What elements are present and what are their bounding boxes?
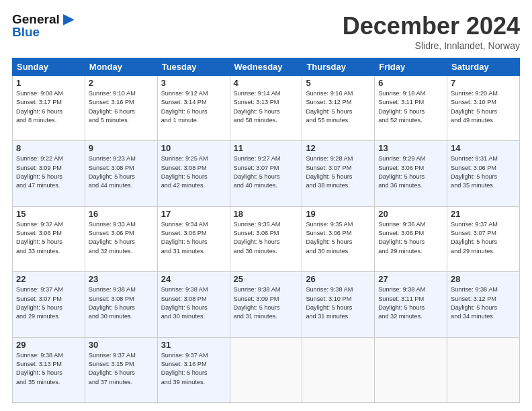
col-tuesday: Tuesday xyxy=(157,58,230,76)
day-number: 9 xyxy=(89,143,154,153)
day-number: 12 xyxy=(306,143,371,153)
table-row: 18Sunrise: 9:35 AM Sunset: 3:06 PM Dayli… xyxy=(230,206,302,271)
day-number: 8 xyxy=(16,143,81,153)
day-info: Sunrise: 9:35 AM Sunset: 3:06 PM Dayligh… xyxy=(234,220,299,256)
table-row: 4Sunrise: 9:14 AM Sunset: 3:13 PM Daylig… xyxy=(230,76,302,141)
day-number: 23 xyxy=(89,274,154,284)
day-info: Sunrise: 9:16 AM Sunset: 3:12 PM Dayligh… xyxy=(306,89,371,125)
day-info: Sunrise: 9:34 AM Sunset: 3:06 PM Dayligh… xyxy=(161,220,226,256)
day-info: Sunrise: 9:36 AM Sunset: 3:06 PM Dayligh… xyxy=(378,220,443,256)
table-row: 8Sunrise: 9:22 AM Sunset: 3:09 PM Daylig… xyxy=(13,141,85,206)
table-row: 17Sunrise: 9:34 AM Sunset: 3:06 PM Dayli… xyxy=(157,206,230,271)
logo-line1: General ▶ xyxy=(12,12,73,26)
table-row: 13Sunrise: 9:29 AM Sunset: 3:06 PM Dayli… xyxy=(375,141,447,206)
col-wednesday: Wednesday xyxy=(230,58,302,76)
table-row xyxy=(375,337,447,402)
col-monday: Monday xyxy=(85,58,157,76)
day-number: 31 xyxy=(161,340,226,350)
day-info: Sunrise: 9:28 AM Sunset: 3:07 PM Dayligh… xyxy=(306,154,371,190)
table-row: 20Sunrise: 9:36 AM Sunset: 3:06 PM Dayli… xyxy=(375,206,447,271)
day-number: 13 xyxy=(378,143,443,153)
col-thursday: Thursday xyxy=(302,58,375,76)
day-info: Sunrise: 9:25 AM Sunset: 3:08 PM Dayligh… xyxy=(161,154,226,190)
day-info: Sunrise: 9:38 AM Sunset: 3:10 PM Dayligh… xyxy=(306,285,371,321)
day-info: Sunrise: 9:18 AM Sunset: 3:11 PM Dayligh… xyxy=(378,89,443,125)
day-number: 27 xyxy=(378,274,443,284)
table-row xyxy=(230,337,302,402)
table-row: 26Sunrise: 9:38 AM Sunset: 3:10 PM Dayli… xyxy=(302,272,375,337)
table-row: 28Sunrise: 9:38 AM Sunset: 3:12 PM Dayli… xyxy=(447,272,520,337)
subtitle: Slidre, Innlandet, Norway xyxy=(343,40,520,51)
day-number: 30 xyxy=(89,340,154,350)
day-number: 25 xyxy=(234,274,299,284)
day-info: Sunrise: 9:27 AM Sunset: 3:07 PM Dayligh… xyxy=(234,154,299,190)
day-number: 10 xyxy=(161,143,226,153)
day-info: Sunrise: 9:38 AM Sunset: 3:08 PM Dayligh… xyxy=(89,285,154,321)
day-number: 22 xyxy=(16,274,81,284)
day-info: Sunrise: 9:22 AM Sunset: 3:09 PM Dayligh… xyxy=(16,154,81,190)
table-row: 14Sunrise: 9:31 AM Sunset: 3:06 PM Dayli… xyxy=(447,141,520,206)
table-row: 25Sunrise: 9:38 AM Sunset: 3:09 PM Dayli… xyxy=(230,272,302,337)
day-number: 3 xyxy=(161,78,226,88)
day-number: 2 xyxy=(89,78,154,88)
day-number: 11 xyxy=(234,143,299,153)
day-info: Sunrise: 9:32 AM Sunset: 3:06 PM Dayligh… xyxy=(16,220,81,256)
title-section: December 2024 Slidre, Innlandet, Norway xyxy=(343,12,520,51)
day-info: Sunrise: 9:14 AM Sunset: 3:13 PM Dayligh… xyxy=(234,89,299,125)
day-number: 15 xyxy=(16,209,81,219)
table-row: 10Sunrise: 9:25 AM Sunset: 3:08 PM Dayli… xyxy=(157,141,230,206)
calendar: Sunday Monday Tuesday Wednesday Thursday… xyxy=(12,58,520,403)
day-info: Sunrise: 9:31 AM Sunset: 3:06 PM Dayligh… xyxy=(451,154,516,190)
table-row: 24Sunrise: 9:38 AM Sunset: 3:08 PM Dayli… xyxy=(157,272,230,337)
page: General ▶ Blue December 2024 Slidre, Inn… xyxy=(0,0,532,411)
day-info: Sunrise: 9:38 AM Sunset: 3:12 PM Dayligh… xyxy=(451,285,516,321)
day-info: Sunrise: 9:33 AM Sunset: 3:06 PM Dayligh… xyxy=(89,220,154,256)
day-number: 24 xyxy=(161,274,226,284)
day-number: 19 xyxy=(306,209,371,219)
day-info: Sunrise: 9:37 AM Sunset: 3:16 PM Dayligh… xyxy=(161,351,226,387)
day-info: Sunrise: 9:08 AM Sunset: 3:17 PM Dayligh… xyxy=(16,89,81,125)
day-number: 17 xyxy=(161,209,226,219)
day-info: Sunrise: 9:37 AM Sunset: 3:07 PM Dayligh… xyxy=(16,285,81,321)
day-number: 26 xyxy=(306,274,371,284)
day-info: Sunrise: 9:10 AM Sunset: 3:16 PM Dayligh… xyxy=(89,89,154,125)
day-info: Sunrise: 9:35 AM Sunset: 3:06 PM Dayligh… xyxy=(306,220,371,256)
day-number: 21 xyxy=(451,209,516,219)
day-info: Sunrise: 9:37 AM Sunset: 3:07 PM Dayligh… xyxy=(451,220,516,256)
day-info: Sunrise: 9:12 AM Sunset: 3:14 PM Dayligh… xyxy=(161,89,226,125)
day-info: Sunrise: 9:38 AM Sunset: 3:09 PM Dayligh… xyxy=(234,285,299,321)
day-number: 18 xyxy=(234,209,299,219)
table-row: 22Sunrise: 9:37 AM Sunset: 3:07 PM Dayli… xyxy=(13,272,85,337)
table-row: 6Sunrise: 9:18 AM Sunset: 3:11 PM Daylig… xyxy=(375,76,447,141)
day-info: Sunrise: 9:38 AM Sunset: 3:11 PM Dayligh… xyxy=(378,285,443,321)
table-row: 29Sunrise: 9:38 AM Sunset: 3:13 PM Dayli… xyxy=(13,337,85,402)
table-row: 9Sunrise: 9:23 AM Sunset: 3:08 PM Daylig… xyxy=(85,141,157,206)
day-number: 16 xyxy=(89,209,154,219)
table-row: 1Sunrise: 9:08 AM Sunset: 3:17 PM Daylig… xyxy=(13,76,85,141)
table-row: 27Sunrise: 9:38 AM Sunset: 3:11 PM Dayli… xyxy=(375,272,447,337)
day-number: 14 xyxy=(451,143,516,153)
table-row: 12Sunrise: 9:28 AM Sunset: 3:07 PM Dayli… xyxy=(302,141,375,206)
table-row: 21Sunrise: 9:37 AM Sunset: 3:07 PM Dayli… xyxy=(447,206,520,271)
day-number: 1 xyxy=(16,78,81,88)
logo-line2: Blue xyxy=(12,26,73,38)
day-info: Sunrise: 9:37 AM Sunset: 3:15 PM Dayligh… xyxy=(89,351,154,387)
table-row: 2Sunrise: 9:10 AM Sunset: 3:16 PM Daylig… xyxy=(85,76,157,141)
month-title: December 2024 xyxy=(343,12,520,40)
day-info: Sunrise: 9:20 AM Sunset: 3:10 PM Dayligh… xyxy=(451,89,516,125)
table-row: 16Sunrise: 9:33 AM Sunset: 3:06 PM Dayli… xyxy=(85,206,157,271)
day-info: Sunrise: 9:23 AM Sunset: 3:08 PM Dayligh… xyxy=(89,154,154,190)
day-number: 20 xyxy=(378,209,443,219)
header: General ▶ Blue December 2024 Slidre, Inn… xyxy=(12,12,520,51)
table-row: 5Sunrise: 9:16 AM Sunset: 3:12 PM Daylig… xyxy=(302,76,375,141)
table-row: 31Sunrise: 9:37 AM Sunset: 3:16 PM Dayli… xyxy=(157,337,230,402)
table-row: 19Sunrise: 9:35 AM Sunset: 3:06 PM Dayli… xyxy=(302,206,375,271)
day-number: 29 xyxy=(16,340,81,350)
day-number: 4 xyxy=(234,78,299,88)
table-row xyxy=(447,337,520,402)
calendar-header-row: Sunday Monday Tuesday Wednesday Thursday… xyxy=(13,58,520,76)
col-sunday: Sunday xyxy=(13,58,85,76)
day-info: Sunrise: 9:29 AM Sunset: 3:06 PM Dayligh… xyxy=(378,154,443,190)
col-saturday: Saturday xyxy=(447,58,520,76)
table-row: 3Sunrise: 9:12 AM Sunset: 3:14 PM Daylig… xyxy=(157,76,230,141)
